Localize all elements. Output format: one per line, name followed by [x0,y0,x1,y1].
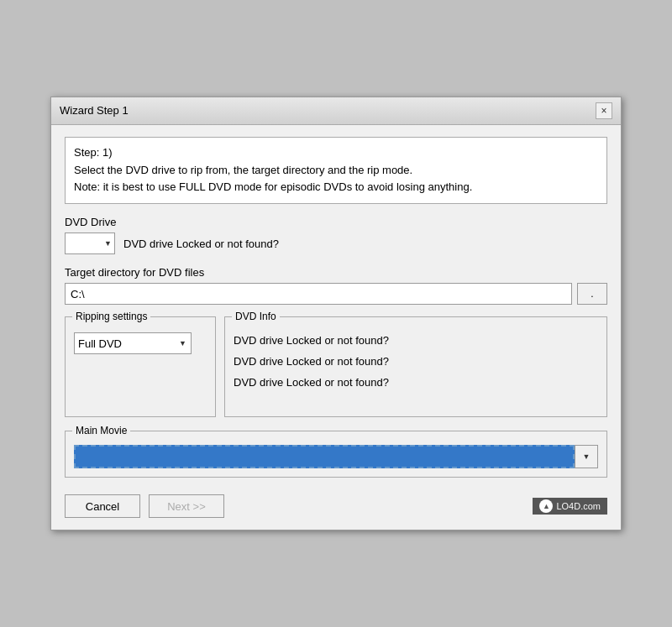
lo4d-badge: ▲ LO4D.com [533,498,607,515]
target-dir-input[interactable] [65,283,572,305]
target-dir-section: Target directory for DVD files . [65,266,607,305]
movie-dropdown-button[interactable]: ▼ [575,445,598,468]
main-movie-legend: Main Movie [72,425,130,436]
window-title: Wizard Step 1 [60,104,129,117]
info-line3: Note: it is best to use FULL DVD mode fo… [74,179,598,196]
dvd-info-panel: DVD Info DVD drive Locked or not found? … [224,316,607,417]
dvd-drive-select-wrapper [65,233,115,254]
target-dir-row: . [65,283,607,305]
dvd-info-text: DVD drive Locked or not found? DVD drive… [234,331,598,393]
main-movie-section: Main Movie ▼ [65,431,607,478]
buttons-row: Cancel Next >> ▲ LO4D.com [65,491,607,518]
info-line2: Select the DVD drive to rip from, the ta… [74,162,598,180]
lo4d-text: LO4D.com [556,501,601,511]
browse-button[interactable]: . [577,283,607,305]
panels-row: Ripping settings Full DVD Main Movie Cus… [65,316,607,417]
title-bar: Wizard Step 1 × [51,97,621,125]
cancel-button[interactable]: Cancel [65,494,140,518]
info-box: Step: 1) Select the DVD drive to rip fro… [65,137,607,204]
ripping-select-wrapper: Full DVD Main Movie Custom [74,332,192,354]
ripping-settings-panel: Ripping settings Full DVD Main Movie Cus… [65,316,216,417]
ripping-legend: Ripping settings [72,311,150,322]
dvd-drive-status: DVD drive Locked or not found? [123,238,279,250]
info-line1: Step: 1) [74,144,598,162]
target-dir-label: Target directory for DVD files [65,266,607,279]
next-button[interactable]: Next >> [149,494,224,518]
dvd-drive-select[interactable] [65,233,115,254]
dvd-info-legend: DVD Info [232,311,280,322]
close-button[interactable]: × [596,102,612,119]
ripping-mode-select[interactable]: Full DVD Main Movie Custom [74,332,192,354]
dvd-info-line3: DVD drive Locked or not found? [234,373,598,394]
wizard-window: Wizard Step 1 × Step: 1) Select the DVD … [50,97,622,530]
movie-select-wrapper [74,445,575,468]
dvd-drive-label: DVD Drive [65,216,607,228]
main-movie-select[interactable] [74,445,575,468]
dvd-info-line1: DVD drive Locked or not found? [234,331,598,352]
movie-select-row: ▼ [74,445,598,468]
main-movie-inner: Main Movie ▼ [65,431,607,478]
dvd-info-line2: DVD drive Locked or not found? [234,352,598,373]
lo4d-icon: ▲ [539,499,553,513]
window-content: Step: 1) Select the DVD drive to rip fro… [51,125,621,530]
dvd-drive-row: DVD drive Locked or not found? [65,233,607,254]
